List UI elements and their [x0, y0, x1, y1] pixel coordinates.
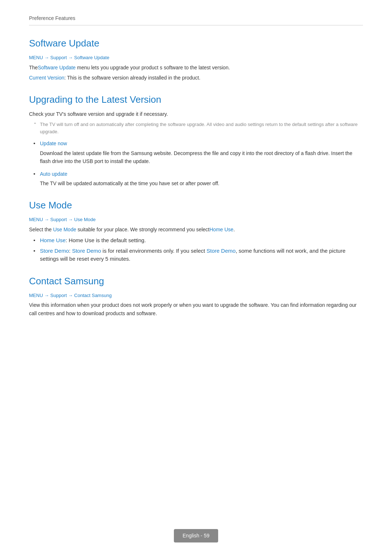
footer-text: English - 59: [183, 533, 209, 538]
use-mode-title: Use Mode: [29, 198, 363, 212]
use-mode-inline-link[interactable]: Use Mode: [53, 227, 76, 232]
use-mode-link[interactable]: Use Mode: [74, 217, 95, 222]
upgrading-note: The TV will turn off and on automaticall…: [40, 121, 363, 135]
contact-samsung-link[interactable]: Contact Samsung: [74, 293, 111, 298]
home-use-link-desc[interactable]: Home Use: [209, 227, 233, 232]
software-update-inline-link[interactable]: Software Update: [38, 65, 75, 70]
store-demo-inline-link-1[interactable]: Store Demo: [70, 248, 101, 254]
home-use-bullet: Home Use: Home Use is the default settin…: [40, 236, 363, 245]
software-update-menu-path: MENU → Support → Software Update: [29, 54, 363, 61]
support-link-2[interactable]: Support: [50, 217, 67, 222]
auto-update-link[interactable]: Auto update: [40, 171, 68, 177]
use-mode-menu-path: MENU → Support → Use Mode: [29, 216, 363, 223]
page-container: Preference Features Software Update MENU…: [0, 0, 392, 349]
home-use-link[interactable]: Home Use: [40, 237, 66, 243]
support-link-1[interactable]: Support: [50, 55, 67, 60]
menu-link-3[interactable]: MENU: [29, 293, 43, 298]
menu-link-2[interactable]: MENU: [29, 217, 43, 222]
update-now-description: Download the latest update file from the…: [40, 149, 363, 166]
page-footer: English - 59: [174, 529, 218, 542]
current-version-link[interactable]: Current Version: [29, 75, 64, 81]
use-mode-description: Select the Use Mode suitable for your pl…: [29, 225, 363, 233]
software-update-link[interactable]: Software Update: [74, 55, 109, 60]
software-update-description: TheSoftware Update menu lets you upgrade…: [29, 64, 363, 72]
current-version-description: Current Version: This is the software ve…: [29, 74, 363, 82]
contact-samsung-menu-path: MENU → Support → Contact Samsung: [29, 292, 363, 299]
store-demo-link[interactable]: Store Demo: [40, 248, 69, 254]
store-demo-inline-link-2[interactable]: Store Demo: [205, 248, 236, 254]
menu-link-1[interactable]: MENU: [29, 55, 43, 60]
support-link-3[interactable]: Support: [50, 293, 67, 298]
contact-samsung-title: Contact Samsung: [29, 274, 363, 288]
update-now-link[interactable]: Update now: [40, 141, 67, 146]
preference-features-label: Preference Features: [29, 15, 363, 25]
auto-update-description: The TV will be updated automatically at …: [40, 179, 363, 187]
software-update-title: Software Update: [29, 36, 363, 50]
contact-samsung-description: View this information when your product …: [29, 301, 363, 317]
upgrading-intro: Check your TV's software version and upg…: [29, 110, 363, 118]
auto-update-bullet: Auto update: [40, 170, 363, 178]
store-demo-bullet: Store Demo: Store Demo is for retail env…: [40, 247, 363, 263]
update-now-bullet: Update now: [40, 139, 363, 148]
preference-features-text: Preference Features: [29, 15, 75, 21]
upgrading-title: Upgrading to the Latest Version: [29, 93, 363, 107]
